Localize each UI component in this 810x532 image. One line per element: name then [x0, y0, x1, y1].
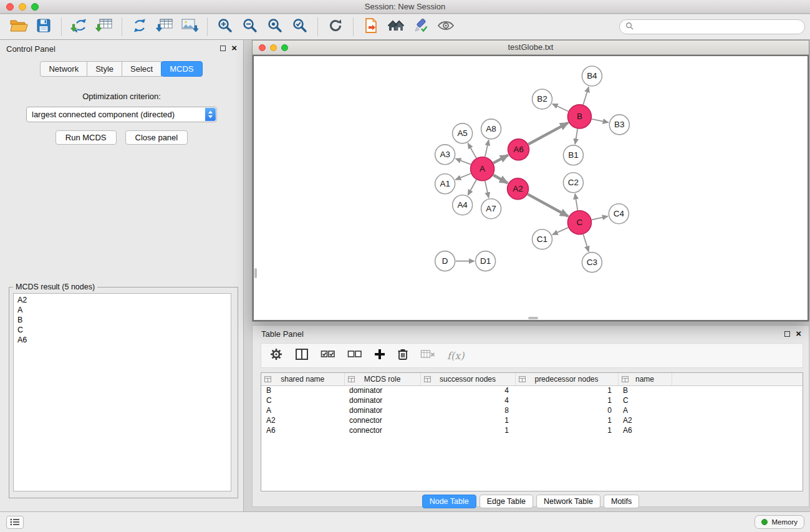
tab-network-table[interactable]: Network Table	[536, 495, 600, 508]
edge-A-A5[interactable]	[468, 143, 476, 158]
edge-A-A3[interactable]	[455, 158, 470, 164]
float-panel-icon[interactable]	[220, 46, 226, 51]
table-row[interactable]: A2connector11A2	[261, 415, 803, 425]
zoom-traffic-light[interactable]	[31, 3, 39, 11]
zoom-selected-button[interactable]	[287, 16, 312, 37]
open-session-button[interactable]	[6, 16, 31, 37]
column-header-successor-nodes[interactable]: successor nodes	[420, 373, 515, 385]
style-brush-button[interactable]	[408, 16, 433, 37]
refresh-network-button[interactable]	[323, 16, 348, 37]
edge-B-B2[interactable]	[552, 104, 569, 112]
export-image-button[interactable]	[177, 16, 202, 37]
close-traffic-light[interactable]	[6, 3, 14, 11]
search-icon	[625, 21, 634, 32]
edge-C-C3[interactable]	[583, 235, 589, 252]
node-table-header-row: shared nameMCDS rolesuccessor nodesprede…	[261, 373, 803, 385]
tab-network[interactable]: Network	[40, 61, 87, 77]
home-button[interactable]	[383, 16, 408, 37]
delete-table-button[interactable]	[420, 349, 435, 362]
network-canvas-area[interactable]: B4B2BB3A8A5A6A3B1AC2A1A2A4A7C4CC1DD1C3	[253, 55, 809, 321]
result-item[interactable]: B	[17, 315, 227, 325]
tab-mcds[interactable]: MCDS	[161, 61, 202, 77]
edge-A-A6[interactable]	[493, 155, 508, 163]
table-panel-tabs: Node TableEdge TableNetwork TableMotifs	[253, 495, 809, 508]
columns-icon	[295, 352, 309, 362]
criterion-dropdown[interactable]: largest connected component (directed)	[26, 107, 217, 122]
tab-node-table[interactable]: Node Table	[422, 495, 476, 508]
edge-C-C4[interactable]	[592, 216, 608, 220]
column-header-predecessor-nodes[interactable]: predecessor nodes	[515, 373, 618, 385]
tab-style[interactable]: Style	[87, 61, 122, 77]
result-item[interactable]: C	[17, 325, 227, 335]
run-mcds-button[interactable]: Run MCDS	[55, 130, 117, 145]
network-canvas: B4B2BB3A8A5A6A3B1AC2A1A2A4A7C4CC1DD1C3	[254, 56, 808, 320]
table-row[interactable]: Adominator80A	[261, 405, 803, 415]
result-item[interactable]: A2	[17, 295, 227, 305]
table-float-panel-icon[interactable]	[784, 331, 790, 337]
network-window-title: testGlobe.txt	[253, 41, 809, 54]
new-table-button[interactable]	[152, 16, 177, 37]
zoom-fit-button[interactable]	[263, 16, 287, 37]
edge-A-A1[interactable]	[455, 173, 471, 180]
edge-C-C1[interactable]	[552, 228, 568, 235]
edge-A-A8[interactable]	[485, 140, 489, 157]
edge-B-B4[interactable]	[583, 87, 589, 105]
zoom-out-button[interactable]	[238, 16, 263, 37]
node-label: A8	[486, 124, 496, 133]
result-item[interactable]: A6	[17, 335, 227, 345]
edge-A6-B[interactable]	[528, 123, 568, 144]
control-panel: Control Panel × NetworkStyleSelectMCDS O…	[0, 40, 244, 511]
column-header-shared-name[interactable]: shared name	[261, 373, 344, 385]
unselect-all-button[interactable]	[347, 349, 362, 362]
edge-A-A2[interactable]	[493, 175, 508, 183]
column-header-name[interactable]: name	[618, 373, 672, 385]
panel-selector-button[interactable]	[6, 516, 24, 529]
network-vscrollbar[interactable]	[254, 268, 257, 278]
edge-B-B1[interactable]	[575, 129, 577, 144]
memory-button[interactable]: Memory	[755, 515, 804, 529]
tab-motifs[interactable]: Motifs	[604, 495, 639, 508]
search-input[interactable]	[637, 22, 799, 32]
save-session-button[interactable]	[31, 16, 56, 37]
close-panel-button[interactable]: Close panel	[125, 130, 188, 145]
network-hscrollbar[interactable]	[528, 317, 538, 319]
table-row[interactable]: A6connector11A6	[261, 425, 803, 435]
column-header-MCDS-role[interactable]: MCDS role	[344, 373, 420, 385]
edge-A-A4[interactable]	[468, 180, 476, 195]
show-columns-button[interactable]	[295, 348, 309, 363]
main-toolbar	[0, 14, 810, 40]
edge-C-C2[interactable]	[575, 194, 577, 210]
table-close-panel-icon[interactable]: ×	[796, 328, 801, 339]
import-table-button[interactable]	[92, 16, 117, 37]
network-close-traffic-light[interactable]	[259, 44, 266, 51]
import-network-button[interactable]	[67, 16, 92, 37]
toolbar-separator	[317, 17, 318, 36]
edge-A2-C[interactable]	[528, 194, 568, 216]
mcds-result-list[interactable]: A2ABCA6	[13, 293, 231, 491]
zoom-in-button[interactable]	[213, 16, 238, 37]
select-all-button[interactable]	[321, 349, 335, 362]
network-minimize-traffic-light[interactable]	[270, 44, 277, 51]
tab-edge-table[interactable]: Edge Table	[480, 495, 533, 508]
tab-select[interactable]: Select	[122, 61, 162, 77]
edge-B-B3[interactable]	[592, 119, 609, 122]
dropdown-stepper-icon	[205, 108, 216, 121]
close-panel-icon[interactable]: ×	[231, 42, 237, 54]
zoom-selected-icon	[292, 17, 308, 36]
table-row[interactable]: Bdominator41B	[261, 385, 803, 395]
table-row[interactable]: Cdominator41C	[261, 395, 803, 405]
show-details-button[interactable]	[433, 16, 458, 37]
table-panel-title: Table Panel	[261, 329, 304, 339]
edge-A-A7[interactable]	[485, 181, 489, 198]
new-network-button[interactable]	[127, 16, 152, 37]
node-label: A3	[440, 150, 450, 159]
function-builder-button[interactable]: f(x)	[447, 350, 464, 362]
result-item[interactable]: A	[17, 305, 227, 315]
document-action-button[interactable]	[359, 16, 383, 37]
table-settings-button[interactable]	[269, 347, 283, 364]
add-row-button[interactable]	[374, 349, 385, 362]
network-zoom-traffic-light[interactable]	[281, 44, 288, 51]
minimize-traffic-light[interactable]	[19, 3, 26, 11]
delete-row-button[interactable]	[397, 348, 408, 363]
column-edit-icon	[622, 375, 629, 384]
